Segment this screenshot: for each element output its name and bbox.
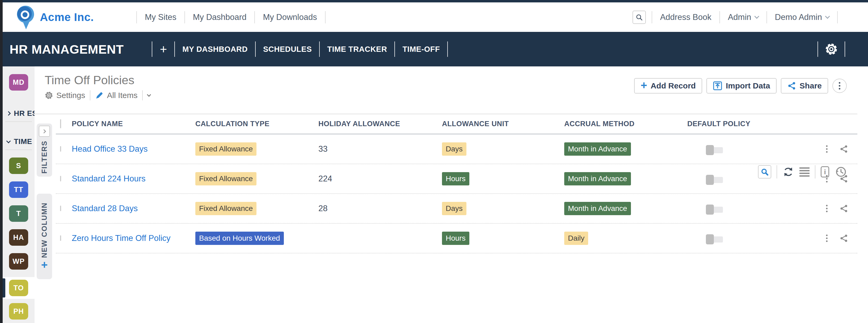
- view-selector[interactable]: All Items: [95, 91, 137, 100]
- table-row: Head Office 33 Days Fixed Allowance 33 D…: [56, 134, 857, 164]
- view-dropdown-chevron-icon[interactable]: [147, 93, 151, 97]
- holiday-allowance-value: 28: [318, 204, 328, 213]
- top-navigation-bar: Acme Inc. My Sites My Dashboard My Downl…: [3, 2, 868, 32]
- column-header-policy-name[interactable]: POLICY NAME: [72, 120, 195, 128]
- tab-time-tracker[interactable]: TIME TRACKER: [320, 45, 394, 54]
- column-header-accrual-method[interactable]: ACCRUAL METHOD: [564, 120, 687, 128]
- expand-filters-button[interactable]: [39, 126, 50, 137]
- sidebar-item-tt[interactable]: TT: [3, 182, 35, 198]
- policy-name-link[interactable]: Zero Hours Time Off Policy: [72, 233, 170, 243]
- add-record-button[interactable]: + Add Record: [634, 78, 702, 94]
- row-share-icon[interactable]: [839, 234, 848, 243]
- sidebar-item-wp[interactable]: WP: [3, 253, 35, 269]
- filters-tab-label: FILTERS: [40, 140, 49, 174]
- share-button[interactable]: Share: [781, 78, 828, 94]
- app-bar: HR MANAGEMENT + MY DASHBOARD SCHEDULES T…: [3, 32, 868, 66]
- row-checkbox[interactable]: [60, 235, 61, 241]
- row-checkbox[interactable]: [60, 176, 61, 182]
- address-book-link[interactable]: Address Book: [658, 12, 714, 22]
- profile-avatar-wrap: MD: [3, 66, 35, 91]
- table-header-row: POLICY NAME CALCULATION TYPE HOLIDAY ALL…: [56, 114, 857, 134]
- policy-name-link[interactable]: Head Office 33 Days: [72, 144, 148, 154]
- column-header-calculation-type[interactable]: CALCULATION TYPE: [195, 120, 318, 128]
- app-avatar[interactable]: TT: [9, 182, 28, 198]
- tab-time-off[interactable]: TIME-OFF: [395, 45, 447, 54]
- table-row: Standard 224 Hours Fixed Allowance 224 H…: [56, 164, 857, 194]
- settings-label: Settings: [56, 91, 85, 100]
- chevron-down-icon: [6, 139, 11, 143]
- nav-my-downloads[interactable]: My Downloads: [255, 12, 325, 22]
- import-data-button[interactable]: Import Data: [706, 78, 777, 94]
- brand-name: Acme Inc.: [40, 11, 94, 24]
- view-label: All Items: [107, 91, 137, 100]
- brand[interactable]: Acme Inc.: [16, 4, 94, 30]
- user-menu[interactable]: Demo Admin: [773, 12, 831, 22]
- profile-avatar[interactable]: MD: [9, 74, 28, 91]
- row-checkbox[interactable]: [60, 205, 61, 211]
- sidebar-section-time[interactable]: TIME: [3, 137, 35, 146]
- nav-my-sites[interactable]: My Sites: [137, 12, 184, 22]
- policy-name-link[interactable]: Standard 224 Hours: [72, 174, 145, 183]
- row-menu-icon[interactable]: [826, 234, 828, 242]
- policies-table: POLICY NAME CALCULATION TYPE HOLIDAY ALL…: [56, 114, 857, 323]
- row-share-icon[interactable]: [839, 144, 848, 154]
- window-edge: [0, 0, 3, 323]
- policy-name-link[interactable]: Standard 28 Days: [72, 204, 138, 213]
- sidebar-item-to-selected[interactable]: TO: [3, 277, 35, 299]
- sidebar-item-ph[interactable]: PH: [3, 303, 35, 320]
- accrual-method-badge: Month in Advance: [564, 172, 631, 185]
- app-avatar[interactable]: WP: [9, 253, 28, 269]
- more-options-button[interactable]: [832, 78, 847, 93]
- admin-menu[interactable]: Admin: [726, 12, 761, 22]
- share-icon: [787, 81, 796, 90]
- new-column-label: NEW COLUMN: [40, 202, 49, 258]
- row-share-icon[interactable]: [839, 174, 848, 183]
- column-header-allowance-unit[interactable]: ALLOWANCE UNIT: [442, 120, 564, 128]
- row-share-icon[interactable]: [839, 204, 848, 213]
- chevron-down-icon: [825, 14, 830, 19]
- separator: [837, 11, 838, 23]
- top-right-menu: Address Book Admin Demo Admin: [632, 11, 868, 24]
- calculation-type-badge: Based on Hours Worked: [195, 232, 284, 245]
- tab-schedules[interactable]: SCHEDULES: [256, 45, 319, 54]
- row-menu-icon[interactable]: [826, 145, 828, 153]
- accrual-method-badge: Month in Advance: [564, 142, 631, 156]
- filters-panel-tab[interactable]: FILTERS: [37, 124, 52, 176]
- settings-link[interactable]: Settings: [45, 91, 85, 100]
- row-menu-icon[interactable]: [826, 175, 828, 183]
- app-avatar[interactable]: TO: [9, 280, 28, 296]
- app-avatar[interactable]: T: [9, 205, 28, 222]
- nav-my-dashboard[interactable]: My Dashboard: [185, 12, 255, 22]
- accrual-method-badge: Month in Advance: [564, 202, 631, 215]
- page-actions: + Add Record Import Data: [634, 78, 847, 94]
- tab-my-dashboard[interactable]: MY DASHBOARD: [175, 45, 255, 54]
- app-avatar[interactable]: S: [9, 158, 28, 174]
- sidebar-item-t[interactable]: T: [3, 205, 35, 222]
- add-tab-button[interactable]: +: [152, 43, 174, 55]
- table-row: Standard 28 Days Fixed Allowance 28 Days…: [56, 194, 857, 224]
- select-all-checkbox[interactable]: [60, 119, 61, 128]
- allowance-unit-badge: Hours: [442, 172, 469, 185]
- separator: [90, 90, 90, 100]
- import-icon: [713, 81, 722, 91]
- column-header-holiday-allowance[interactable]: HOLIDAY ALLOWANCE: [318, 120, 442, 128]
- calculation-type-badge: Fixed Allowance: [195, 172, 256, 185]
- new-column-tab[interactable]: NEW COLUMN +: [37, 194, 52, 279]
- column-header-default-policy[interactable]: DEFAULT POLICY: [687, 120, 808, 128]
- separator: [719, 11, 720, 23]
- address-book-label: Address Book: [660, 12, 711, 22]
- separator: [767, 11, 767, 23]
- sidebar-section-hr-essentials[interactable]: HR ES: [3, 109, 35, 118]
- sidebar-item-s[interactable]: S: [3, 158, 35, 174]
- calculation-type-badge: Fixed Allowance: [195, 202, 256, 215]
- app-avatar[interactable]: PH: [9, 303, 28, 320]
- row-menu-icon[interactable]: [826, 205, 828, 212]
- app-settings-gear-icon[interactable]: [825, 43, 838, 56]
- calculation-type-badge: Fixed Allowance: [195, 142, 256, 156]
- global-search-button[interactable]: [632, 11, 646, 24]
- app-bar-right: [817, 41, 868, 57]
- divider: [5, 121, 32, 122]
- row-checkbox[interactable]: [60, 146, 61, 152]
- sidebar-item-ha[interactable]: HA: [3, 229, 35, 246]
- app-avatar[interactable]: HA: [9, 229, 28, 246]
